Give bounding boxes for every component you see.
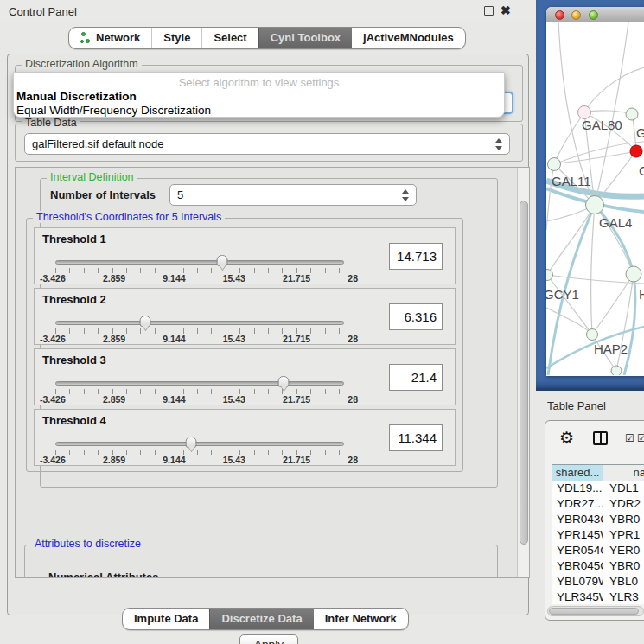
apply-button[interactable]: Apply <box>239 634 298 644</box>
cell[interactable]: YBR0 <box>603 513 644 528</box>
table-header-row: shared... na <box>552 464 644 481</box>
cell[interactable]: YDL19... <box>552 481 603 497</box>
cell[interactable]: YLR3 <box>603 590 644 604</box>
combo-stepper-icon <box>495 138 503 150</box>
select-all-checkbox-icon[interactable]: ☑ <box>625 433 634 443</box>
panel-scrollbar[interactable] <box>517 168 529 577</box>
table-row[interactable]: YLR345WYLR3 <box>552 590 644 604</box>
gear-icon[interactable]: ⚙ <box>559 430 574 446</box>
tab-impute-data[interactable]: Impute Data <box>123 609 209 629</box>
table-container: ⚙ ☑ ☑ shared... na YDL19...YDL1 YDR27...… <box>545 420 644 621</box>
table-row[interactable]: YBR045CYBR0 <box>552 559 644 575</box>
tab-cyni-toolbox[interactable]: Cyni Toolbox <box>258 28 352 48</box>
node-label-gal4: GAL4 <box>599 215 632 230</box>
tick-label: -3.426 <box>40 394 66 405</box>
cell[interactable]: YDL1 <box>603 481 644 497</box>
threshold-1-slider[interactable] <box>55 260 344 265</box>
node-table: shared... na YDL19...YDL1 YDR27...YDR2 Y… <box>552 464 644 604</box>
table-scrollbar-thumb[interactable] <box>549 608 639 615</box>
threshold-3-panel: Threshold 3 -3.4262.8599.14415.4321.7152… <box>34 348 456 405</box>
cell[interactable]: YDR2 <box>603 497 644 513</box>
threshold-3-value-field[interactable]: 21.4 <box>389 364 443 391</box>
threshold-1-slider-knob[interactable] <box>216 255 227 266</box>
column-header-name[interactable]: na <box>603 465 644 481</box>
tab-infer-network-label: Infer Network <box>325 609 397 629</box>
dropdown-option-equal-width-frequency[interactable]: Equal Width/Frequency Discretization <box>16 104 211 117</box>
tab-network[interactable]: Network <box>69 28 151 48</box>
node-red-selected[interactable] <box>630 145 643 158</box>
cell[interactable]: YPR1 <box>603 528 644 544</box>
node-label-gal11: GAL11 <box>552 174 591 188</box>
dropdown-option-manual-discretization[interactable]: Manual Discretization <box>16 90 137 103</box>
table-row[interactable]: YBL079WYBL0 <box>552 575 644 590</box>
cell[interactable]: YBR0 <box>603 559 644 575</box>
float-window-icon[interactable] <box>484 6 494 16</box>
cell[interactable]: YBR045C <box>552 559 603 575</box>
table-row[interactable]: YER054CYER0 <box>552 544 644 559</box>
network-window-titlebar[interactable] <box>546 7 644 22</box>
table-toolbar: ⚙ ☑ ☑ <box>545 421 644 459</box>
threshold-3-slider-knob[interactable] <box>277 376 289 387</box>
cell[interactable]: YER054C <box>552 544 603 559</box>
table-horizontal-scrollbar[interactable] <box>547 606 644 616</box>
threshold-4-value-field[interactable]: 11.344 <box>389 424 443 451</box>
cell[interactable]: YER0 <box>603 544 644 559</box>
threshold-3-slider[interactable] <box>55 381 344 386</box>
network-canvas[interactable]: GAL80 GA C GAL11 GAL4 GCY1 H HAP2 <box>546 22 644 375</box>
table-row[interactable]: YPR145WYPR1 <box>552 528 644 544</box>
tab-style[interactable]: Style <box>151 28 201 48</box>
thresholds-section-title: Threshold's Coordinates for 5 Intervals <box>33 211 225 223</box>
tab-jactivemnodules-label: jActiveMNodules <box>363 28 454 48</box>
cell[interactable]: YLR345W <box>552 590 603 604</box>
network-window-frame: GAL80 GA C GAL11 GAL4 GCY1 H HAP2 <box>536 0 644 391</box>
threshold-4-slider-knob[interactable] <box>185 437 196 448</box>
zoom-traffic-light-icon[interactable] <box>589 10 598 20</box>
threshold-2-slider-knob[interactable] <box>139 316 150 327</box>
threshold-2-value-field[interactable]: 6.316 <box>389 303 443 330</box>
tick-label: 9.144 <box>163 455 185 465</box>
discretization-algorithm-title: Discretization Algorithm <box>22 58 142 70</box>
slider-tick-labels: -3.4262.8599.14415.4321.71528 <box>40 455 358 465</box>
column-header-shared-name[interactable]: shared... <box>552 465 603 481</box>
threshold-1-value-field[interactable]: 14.713 <box>389 243 443 270</box>
threshold-2-slider[interactable] <box>55 321 344 325</box>
slider-tick-labels: -3.4262.8599.14415.4321.71528 <box>40 273 358 284</box>
table-row[interactable]: YDR27...YDR2 <box>552 497 644 513</box>
minimize-traffic-light-icon[interactable] <box>571 10 581 20</box>
node-hap2[interactable] <box>586 328 598 341</box>
tab-jactivemnodules[interactable]: jActiveMNodules <box>352 28 465 48</box>
tick-label: 9.144 <box>163 334 185 344</box>
tick-label: 9.144 <box>163 394 185 405</box>
node-partial-bottom[interactable] <box>611 366 622 376</box>
close-traffic-light-icon[interactable] <box>555 10 564 20</box>
node-gal11[interactable] <box>547 157 561 171</box>
cell[interactable]: YBR043C <box>552 513 603 528</box>
table-row[interactable]: YDL19...YDL1 <box>552 481 644 497</box>
number-of-intervals-combobox[interactable]: 5 <box>169 184 417 206</box>
threshold-4-slider[interactable] <box>55 442 344 446</box>
cell[interactable]: YBL0 <box>603 575 644 590</box>
table-row[interactable]: YBR043CYBR0 <box>552 513 644 528</box>
threshold-4-panel: Threshold 4 -3.4262.8599.14415.4321.7152… <box>34 409 456 466</box>
tick-label: 28 <box>348 394 358 405</box>
node-gal4[interactable] <box>585 195 604 214</box>
tab-discretize-data[interactable]: Discretize Data <box>209 609 313 629</box>
combo-stepper-icon <box>402 189 410 201</box>
select-checkbox-icon[interactable]: ☑ <box>637 433 644 443</box>
cell[interactable]: YPR145W <box>552 528 603 544</box>
tab-infer-network[interactable]: Infer Network <box>314 609 408 629</box>
panel-scrollbar-thumb[interactable] <box>520 201 528 545</box>
cell[interactable]: YBL079W <box>552 575 603 590</box>
table-data-combobox[interactable]: galFiltered.sif default node <box>24 133 510 155</box>
node-partial-top-right[interactable] <box>626 108 639 121</box>
tick-label: 21.715 <box>283 394 310 405</box>
columns-icon[interactable] <box>593 431 608 445</box>
tick-label: 15.43 <box>223 334 245 344</box>
cell[interactable]: YDR27... <box>552 497 603 513</box>
tab-select[interactable]: Select <box>201 28 258 48</box>
tab-discretize-data-label: Discretize Data <box>221 609 302 629</box>
network-window: GAL80 GA C GAL11 GAL4 GCY1 H HAP2 <box>546 7 644 376</box>
node-partial-right[interactable] <box>626 266 642 283</box>
table-panel-title: Table Panel <box>547 399 606 412</box>
close-icon[interactable]: ✖ <box>501 6 511 16</box>
